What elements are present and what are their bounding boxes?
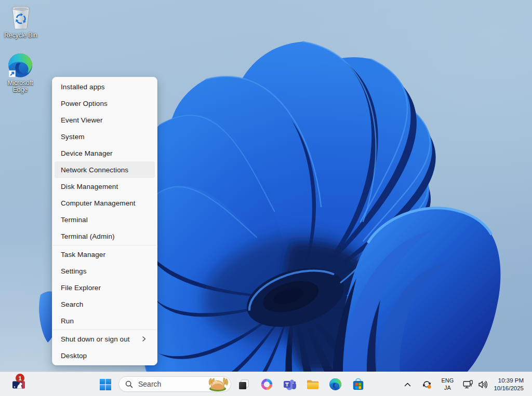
microsoft-store-icon (352, 378, 365, 391)
search-icon (125, 380, 133, 388)
edge-logo-icon (7, 52, 33, 78)
task-view-icon (237, 378, 250, 391)
desktop-icon-microsoft-edge[interactable]: MicrosoftEdge (0, 52, 41, 93)
file-explorer-button[interactable] (304, 375, 321, 394)
menu-item-label: Power Options (61, 100, 149, 107)
menu-item-label: Terminal (Admin) (61, 233, 149, 240)
menu-item-event-viewer[interactable]: Event Viewer (55, 112, 155, 128)
teams-button[interactable] (281, 375, 298, 394)
start-button[interactable] (97, 375, 114, 394)
menu-item-disk-management[interactable]: Disk Management (55, 178, 155, 195)
menu-item-label: Device Manager (61, 149, 149, 157)
chevron-up-icon (404, 383, 411, 387)
menu-item-label: Event Viewer (61, 116, 149, 124)
network-volume-button[interactable] (460, 375, 490, 394)
teams-icon (283, 378, 296, 391)
search-highlight-image (206, 376, 230, 392)
desktop-icon-recycle-bin[interactable]: Recycle Bin (1, 5, 41, 39)
chevron-right-icon (140, 335, 148, 343)
search-placeholder: Search (138, 380, 206, 388)
desktop-icon-label-line1: Microsoft (8, 79, 33, 87)
menu-item-label: Network Connections (61, 166, 149, 174)
menu-separator (53, 330, 156, 330)
menu-item-label: Terminal (61, 216, 149, 224)
sync-icon (422, 379, 432, 389)
taskbar: 1 Search (0, 372, 532, 396)
winx-context-menu: Installed apps Power Options Event Viewe… (52, 77, 157, 365)
menu-item-label: Settings (61, 267, 149, 275)
file-explorer-icon (306, 378, 320, 391)
menu-item-label: Desktop (61, 352, 149, 360)
menu-item-computer-management[interactable]: Computer Management (55, 195, 155, 211)
notification-badge: 1 (16, 374, 24, 383)
menu-item-desktop[interactable]: Desktop (55, 347, 155, 364)
volume-icon (478, 380, 488, 389)
menu-item-label: Task Manager (61, 251, 149, 258)
edge-icon (329, 378, 342, 391)
menu-item-terminal[interactable]: Terminal (55, 211, 155, 228)
language-indicator[interactable]: ENG JA (437, 375, 457, 394)
edge-button[interactable] (327, 375, 344, 394)
menu-item-network-connections[interactable]: Network Connections (55, 161, 155, 178)
menu-item-device-manager[interactable]: Device Manager (55, 145, 155, 161)
menu-item-label: Computer Management (61, 199, 149, 207)
hidden-icons-button[interactable] (400, 375, 415, 394)
desktop-icon-label-line2: Edge (13, 86, 28, 93)
menu-item-system[interactable]: System (55, 128, 155, 145)
system-tray: ENG JA 10:39 PM (400, 372, 532, 396)
bread-illustration-icon (206, 376, 230, 392)
menu-item-installed-apps[interactable]: Installed apps (55, 78, 155, 95)
network-icon (463, 380, 473, 389)
clock[interactable]: 10:39 PM 10/16/2025 (494, 375, 524, 394)
desktop-icon-label: MicrosoftEdge (8, 80, 33, 93)
desktop-icon-label: Recycle Bin (4, 32, 37, 39)
taskbar-search-box[interactable]: Search (118, 376, 231, 392)
copilot-button[interactable] (258, 375, 275, 394)
language-line2: JA (444, 385, 451, 392)
menu-item-run[interactable]: Run (55, 312, 155, 329)
menu-item-terminal-admin[interactable]: Terminal (Admin) (55, 228, 155, 244)
menu-item-file-explorer[interactable]: File Explorer (55, 279, 155, 296)
menu-item-label: System (61, 133, 149, 141)
menu-item-label: File Explorer (61, 284, 149, 292)
windows-logo-icon (99, 378, 112, 391)
language-line1: ENG (442, 377, 454, 385)
menu-item-task-manager[interactable]: Task Manager (55, 246, 155, 263)
task-view-button[interactable] (235, 375, 252, 394)
sync-tray-button[interactable] (419, 375, 434, 394)
menu-item-label: Search (61, 301, 149, 308)
recycle-bin-icon (8, 5, 33, 31)
menu-separator (53, 245, 156, 245)
menu-item-settings[interactable]: Settings (55, 263, 155, 279)
menu-item-search[interactable]: Search (55, 296, 155, 312)
desktop: Recycle Bin (0, 0, 532, 396)
menu-item-power-options[interactable]: Power Options (55, 95, 155, 112)
menu-item-label: Run (61, 317, 149, 325)
menu-item-label: Disk Management (61, 183, 149, 190)
copilot-icon (260, 378, 273, 391)
microsoft-store-button[interactable] (350, 375, 367, 394)
menu-item-label: Shut down or sign out (61, 335, 140, 343)
tray-time: 10:39 PM (498, 377, 524, 385)
menu-item-label: Installed apps (61, 83, 149, 91)
widgets-button[interactable]: 1 (6, 375, 35, 394)
menu-item-shut-down-or-sign-out[interactable]: Shut down or sign out (55, 331, 155, 347)
tray-date: 10/16/2025 (494, 385, 524, 392)
